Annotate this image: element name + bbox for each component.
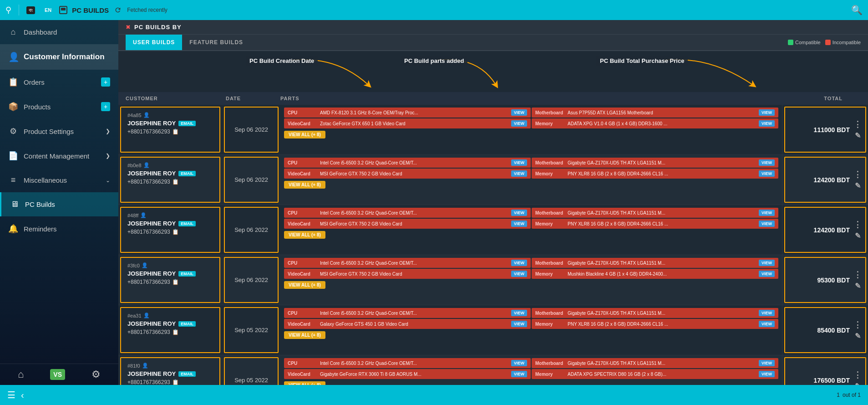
bottom-bar: ☰ ‹ 1 out of 1 (0, 385, 868, 405)
customer-id: #48ff 👤 (127, 212, 213, 218)
part-row: VideoCard Galaxy GeForce GTS 450 1 GB Vi… (284, 319, 531, 329)
part-type: VideoCard (288, 171, 317, 176)
cell-date: Sep 05 2022 (224, 357, 279, 385)
compatible-dot (788, 40, 793, 45)
back-icon[interactable]: ‹ (21, 390, 24, 400)
total-value: 176500 BDT (814, 377, 850, 384)
edit-button[interactable]: ✎ (855, 181, 861, 190)
copy-icon[interactable]: 📋 (172, 128, 179, 135)
tab-feature-builds[interactable]: FEATURE BUILDS (182, 35, 250, 50)
view-part-button[interactable]: VIEW (511, 371, 527, 377)
parts-grid: CPU Intel Core i5-6500 3.2 GHz Quad-Core… (284, 258, 778, 279)
customer-info-label: Customer Information (24, 52, 105, 62)
lang-en-badge[interactable]: EN (42, 6, 54, 14)
view-part-button[interactable]: VIEW (511, 260, 527, 266)
row-actions: ⋮ ✎ (853, 119, 862, 140)
copy-icon[interactable]: 📋 (172, 379, 179, 385)
view-part-button[interactable]: VIEW (759, 120, 775, 127)
view-part-button[interactable]: VIEW (511, 321, 527, 327)
vs-icon[interactable]: VS (50, 369, 65, 380)
view-part-button[interactable]: VIEW (759, 220, 775, 227)
table-row: #ea31 👤 JOSEPHINE ROY EMAIL +88017673662… (118, 305, 868, 355)
view-part-button[interactable]: VIEW (511, 210, 527, 216)
view-part-button[interactable]: VIEW (511, 109, 527, 116)
more-options-button[interactable]: ⋮ (853, 220, 862, 230)
customer-id: #b0e8 👤 (127, 162, 213, 168)
customer-phone: +8801767366293 📋 (127, 229, 213, 235)
settings-icon[interactable]: ⚙ (91, 369, 101, 380)
edit-button[interactable]: ✎ (855, 131, 861, 140)
products-add-button[interactable]: + (101, 102, 110, 111)
edit-button[interactable]: ✎ (855, 231, 861, 240)
more-options-button[interactable]: ⋮ (853, 169, 862, 179)
view-part-button[interactable]: VIEW (511, 310, 527, 316)
sidebar-item-miscellaneous[interactable]: ≡ Miscellaneous ⌄ (0, 168, 118, 192)
view-part-button[interactable]: VIEW (759, 109, 775, 116)
view-part-button[interactable]: VIEW (511, 271, 527, 277)
view-all-button[interactable]: VIEW ALL (+ 8) (284, 131, 325, 138)
more-options-button[interactable]: ⋮ (853, 270, 862, 280)
sidebar-item-customer-info[interactable]: 👤 Customer Information (0, 44, 118, 70)
view-part-button[interactable]: VIEW (759, 360, 775, 366)
view-part-button[interactable]: VIEW (511, 159, 527, 166)
part-name: MSI GeForce GTX 750 2 GB Video Card (320, 171, 508, 176)
refresh-icon[interactable] (114, 6, 122, 14)
part-type: VideoCard (288, 221, 317, 226)
view-part-button[interactable]: VIEW (511, 170, 527, 177)
part-row: CPU Intel Core i5-6500 3.2 GHz Quad-Core… (284, 208, 531, 218)
view-all-button[interactable]: VIEW ALL (+ 8) (284, 381, 325, 385)
sidebar-pc-builds-label: PC Builds (25, 200, 110, 208)
part-type: Motherboard (535, 361, 565, 366)
home-icon[interactable]: ⌂ (18, 369, 24, 380)
view-part-button[interactable]: VIEW (759, 159, 775, 166)
more-options-button[interactable]: ⋮ (853, 119, 862, 129)
copy-icon[interactable]: 📋 (172, 179, 179, 185)
edit-button[interactable]: ✎ (855, 382, 861, 385)
part-row: VideoCard Zotac GeForce GTX 650 1 GB Vid… (284, 118, 531, 128)
sidebar-item-reminders[interactable]: 🔔 Reminders (0, 216, 118, 241)
part-name: AMD FX-8120 3.1 GHz 8-Core OEM/Tray Proc… (320, 110, 508, 115)
part-type: CPU (288, 361, 317, 366)
sidebar-item-products[interactable]: 📦 Products + (0, 94, 118, 119)
view-part-button[interactable]: VIEW (511, 120, 527, 127)
edit-button[interactable]: ✎ (855, 332, 861, 340)
top-bar: ⚲ বাং EN PC BUILDS Fetched recently 🔍 (0, 0, 868, 20)
part-type: Memory (535, 272, 565, 277)
parts-grid: CPU Intel Core i5-6500 3.2 GHz Quad-Core… (284, 358, 778, 379)
more-options-button[interactable]: ⋮ (853, 370, 862, 380)
customer-name: JOSEPHINE ROY EMAIL (127, 170, 213, 177)
cell-parts: CPU Intel Core i5-6500 3.2 GHz Quad-Core… (280, 155, 782, 205)
sidebar-item-product-settings[interactable]: ⚙ Product Settings ❯ (0, 119, 118, 144)
view-part-button[interactable]: VIEW (759, 321, 775, 327)
search-icon-left[interactable]: ⚲ (5, 5, 11, 15)
view-part-button[interactable]: VIEW (759, 260, 775, 266)
view-part-button[interactable]: VIEW (759, 310, 775, 316)
view-part-button[interactable]: VIEW (759, 271, 775, 277)
sidebar-item-pc-builds[interactable]: 🖥 PC Builds (0, 192, 118, 216)
sidebar-item-dashboard[interactable]: ⌂ Dashboard (0, 20, 118, 44)
view-part-button[interactable]: VIEW (511, 220, 527, 227)
view-part-button[interactable]: VIEW (759, 210, 775, 216)
view-all-button[interactable]: VIEW ALL (+ 8) (284, 331, 325, 339)
orders-add-button[interactable]: + (101, 77, 110, 87)
sidebar-item-orders[interactable]: 📋 Orders + (0, 70, 118, 94)
view-part-button[interactable]: VIEW (511, 360, 527, 366)
copy-icon[interactable]: 📋 (172, 329, 179, 335)
search-icon-right[interactable]: 🔍 (851, 5, 863, 15)
copy-icon[interactable]: 📋 (172, 279, 179, 285)
edit-button[interactable]: ✎ (855, 282, 861, 290)
content-area: ✖ PC BUILDS BY USER BUILDS FEATURE BUILD… (118, 20, 868, 385)
view-part-button[interactable]: VIEW (759, 371, 775, 377)
tab-user-builds[interactable]: USER BUILDS (126, 35, 182, 50)
sidebar-item-content-management[interactable]: 📄 Content Management ❯ (0, 144, 118, 168)
menu-icon[interactable]: ☰ (7, 390, 15, 400)
arrows-svg (118, 51, 865, 92)
view-all-button[interactable]: VIEW ALL (+ 8) (284, 231, 325, 239)
view-part-button[interactable]: VIEW (759, 170, 775, 177)
more-options-button[interactable]: ⋮ (853, 320, 862, 330)
copy-icon[interactable]: 📋 (172, 229, 179, 235)
pc-builds-close-icon[interactable]: ✖ (126, 24, 131, 31)
view-all-button[interactable]: VIEW ALL (+ 8) (284, 281, 325, 289)
view-all-button[interactable]: VIEW ALL (+ 8) (284, 181, 325, 189)
part-name: Intel Core i5-6500 3.2 GHz Quad-Core OEM… (320, 210, 508, 215)
